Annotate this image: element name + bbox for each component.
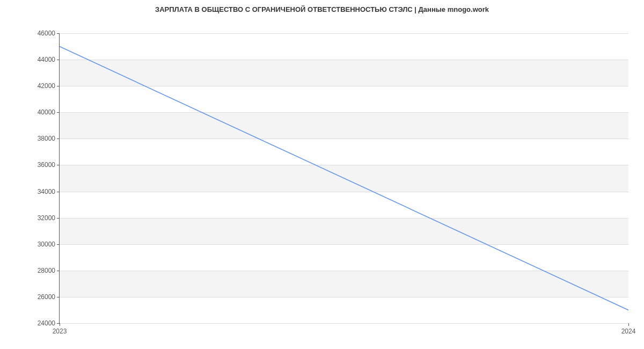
line-layer bbox=[60, 33, 628, 323]
y-tick-label: 32000 bbox=[38, 214, 60, 222]
y-tick-label: 28000 bbox=[38, 267, 60, 274]
y-tick-label: 26000 bbox=[38, 293, 60, 301]
y-tick-label: 44000 bbox=[38, 56, 60, 63]
y-tick-label: 46000 bbox=[38, 30, 60, 37]
y-tick-label: 30000 bbox=[38, 241, 60, 248]
y-tick-label: 40000 bbox=[38, 108, 60, 116]
x-tick-label: 2023 bbox=[53, 323, 67, 335]
y-gridline bbox=[60, 323, 628, 324]
plot-area: 2400026000280003000032000340003600038000… bbox=[59, 33, 628, 324]
series-line bbox=[60, 47, 628, 310]
chart-container: ЗАРПЛАТА В ОБЩЕСТВО С ОГРАНИЧЕНОЙ ОТВЕТС… bbox=[0, 0, 644, 349]
y-tick-label: 34000 bbox=[38, 188, 60, 195]
y-tick-label: 36000 bbox=[38, 161, 60, 169]
x-tick-label: 2024 bbox=[621, 323, 636, 335]
y-tick-label: 42000 bbox=[38, 82, 60, 90]
y-tick-label: 38000 bbox=[38, 135, 60, 142]
chart-title: ЗАРПЛАТА В ОБЩЕСТВО С ОГРАНИЧЕНОЙ ОТВЕТС… bbox=[0, 5, 644, 13]
